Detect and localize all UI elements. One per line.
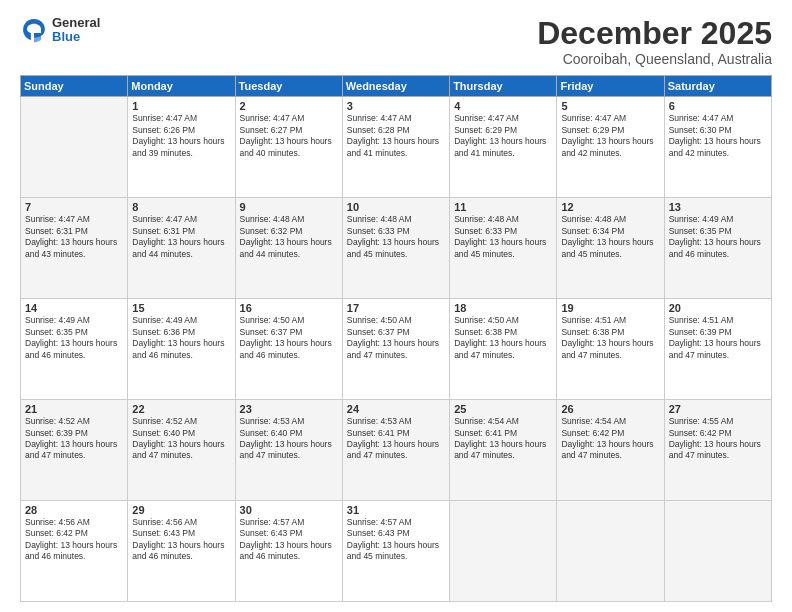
calendar-cell: 19Sunrise: 4:51 AMSunset: 6:38 PMDayligh…: [557, 299, 664, 400]
cell-info: Sunrise: 4:54 AMSunset: 6:42 PMDaylight:…: [561, 416, 659, 462]
cell-info: Sunrise: 4:50 AMSunset: 6:38 PMDaylight:…: [454, 315, 552, 361]
day-number: 31: [347, 504, 445, 516]
cell-info: Sunrise: 4:47 AMSunset: 6:30 PMDaylight:…: [669, 113, 767, 159]
calendar-cell: 7Sunrise: 4:47 AMSunset: 6:31 PMDaylight…: [21, 198, 128, 299]
calendar-cell: 15Sunrise: 4:49 AMSunset: 6:36 PMDayligh…: [128, 299, 235, 400]
day-header-friday: Friday: [557, 76, 664, 97]
calendar-cell: 1Sunrise: 4:47 AMSunset: 6:26 PMDaylight…: [128, 97, 235, 198]
calendar-cell: 11Sunrise: 4:48 AMSunset: 6:33 PMDayligh…: [450, 198, 557, 299]
day-number: 9: [240, 201, 338, 213]
calendar-cell: 5Sunrise: 4:47 AMSunset: 6:29 PMDaylight…: [557, 97, 664, 198]
cell-info: Sunrise: 4:48 AMSunset: 6:34 PMDaylight:…: [561, 214, 659, 260]
week-row-4: 28Sunrise: 4:56 AMSunset: 6:42 PMDayligh…: [21, 501, 772, 602]
month-title: December 2025: [537, 16, 772, 51]
day-header-monday: Monday: [128, 76, 235, 97]
week-row-2: 14Sunrise: 4:49 AMSunset: 6:35 PMDayligh…: [21, 299, 772, 400]
cell-info: Sunrise: 4:52 AMSunset: 6:39 PMDaylight:…: [25, 416, 123, 462]
day-number: 29: [132, 504, 230, 516]
day-number: 17: [347, 302, 445, 314]
day-number: 24: [347, 403, 445, 415]
calendar-cell: 31Sunrise: 4:57 AMSunset: 6:43 PMDayligh…: [342, 501, 449, 602]
cell-info: Sunrise: 4:47 AMSunset: 6:29 PMDaylight:…: [561, 113, 659, 159]
cell-info: Sunrise: 4:47 AMSunset: 6:29 PMDaylight:…: [454, 113, 552, 159]
calendar-cell: 16Sunrise: 4:50 AMSunset: 6:37 PMDayligh…: [235, 299, 342, 400]
day-number: 10: [347, 201, 445, 213]
location-subtitle: Cooroibah, Queensland, Australia: [537, 51, 772, 67]
day-header-sunday: Sunday: [21, 76, 128, 97]
cell-info: Sunrise: 4:54 AMSunset: 6:41 PMDaylight:…: [454, 416, 552, 462]
calendar-cell: 12Sunrise: 4:48 AMSunset: 6:34 PMDayligh…: [557, 198, 664, 299]
day-number: 22: [132, 403, 230, 415]
day-number: 13: [669, 201, 767, 213]
cell-info: Sunrise: 4:50 AMSunset: 6:37 PMDaylight:…: [347, 315, 445, 361]
calendar-cell: [21, 97, 128, 198]
header: General Blue December 2025 Cooroibah, Qu…: [20, 16, 772, 67]
cell-info: Sunrise: 4:50 AMSunset: 6:37 PMDaylight:…: [240, 315, 338, 361]
calendar-cell: 13Sunrise: 4:49 AMSunset: 6:35 PMDayligh…: [664, 198, 771, 299]
calendar-cell: [664, 501, 771, 602]
calendar-cell: 17Sunrise: 4:50 AMSunset: 6:37 PMDayligh…: [342, 299, 449, 400]
day-number: 8: [132, 201, 230, 213]
day-number: 26: [561, 403, 659, 415]
cell-info: Sunrise: 4:52 AMSunset: 6:40 PMDaylight:…: [132, 416, 230, 462]
calendar-cell: 26Sunrise: 4:54 AMSunset: 6:42 PMDayligh…: [557, 400, 664, 501]
calendar-cell: 30Sunrise: 4:57 AMSunset: 6:43 PMDayligh…: [235, 501, 342, 602]
cell-info: Sunrise: 4:53 AMSunset: 6:41 PMDaylight:…: [347, 416, 445, 462]
day-number: 19: [561, 302, 659, 314]
cell-info: Sunrise: 4:57 AMSunset: 6:43 PMDaylight:…: [240, 517, 338, 563]
calendar-cell: [450, 501, 557, 602]
day-number: 16: [240, 302, 338, 314]
calendar-cell: 9Sunrise: 4:48 AMSunset: 6:32 PMDaylight…: [235, 198, 342, 299]
calendar-cell: 18Sunrise: 4:50 AMSunset: 6:38 PMDayligh…: [450, 299, 557, 400]
cell-info: Sunrise: 4:49 AMSunset: 6:35 PMDaylight:…: [25, 315, 123, 361]
cell-info: Sunrise: 4:47 AMSunset: 6:31 PMDaylight:…: [25, 214, 123, 260]
calendar-cell: 27Sunrise: 4:55 AMSunset: 6:42 PMDayligh…: [664, 400, 771, 501]
cell-info: Sunrise: 4:47 AMSunset: 6:26 PMDaylight:…: [132, 113, 230, 159]
cell-info: Sunrise: 4:56 AMSunset: 6:43 PMDaylight:…: [132, 517, 230, 563]
cell-info: Sunrise: 4:56 AMSunset: 6:42 PMDaylight:…: [25, 517, 123, 563]
day-number: 28: [25, 504, 123, 516]
calendar-table: SundayMondayTuesdayWednesdayThursdayFrid…: [20, 75, 772, 602]
calendar-cell: 8Sunrise: 4:47 AMSunset: 6:31 PMDaylight…: [128, 198, 235, 299]
cell-info: Sunrise: 4:47 AMSunset: 6:27 PMDaylight:…: [240, 113, 338, 159]
calendar-header-row: SundayMondayTuesdayWednesdayThursdayFrid…: [21, 76, 772, 97]
day-number: 2: [240, 100, 338, 112]
cell-info: Sunrise: 4:48 AMSunset: 6:33 PMDaylight:…: [347, 214, 445, 260]
title-block: December 2025 Cooroibah, Queensland, Aus…: [537, 16, 772, 67]
day-number: 4: [454, 100, 552, 112]
calendar-cell: 4Sunrise: 4:47 AMSunset: 6:29 PMDaylight…: [450, 97, 557, 198]
day-number: 5: [561, 100, 659, 112]
logo-blue: Blue: [52, 30, 100, 44]
day-number: 20: [669, 302, 767, 314]
cell-info: Sunrise: 4:48 AMSunset: 6:32 PMDaylight:…: [240, 214, 338, 260]
calendar-cell: 3Sunrise: 4:47 AMSunset: 6:28 PMDaylight…: [342, 97, 449, 198]
day-number: 21: [25, 403, 123, 415]
day-header-saturday: Saturday: [664, 76, 771, 97]
logo-text: General Blue: [52, 16, 100, 45]
day-number: 7: [25, 201, 123, 213]
calendar-cell: 22Sunrise: 4:52 AMSunset: 6:40 PMDayligh…: [128, 400, 235, 501]
logo-general: General: [52, 16, 100, 30]
day-number: 1: [132, 100, 230, 112]
cell-info: Sunrise: 4:57 AMSunset: 6:43 PMDaylight:…: [347, 517, 445, 563]
calendar-cell: 25Sunrise: 4:54 AMSunset: 6:41 PMDayligh…: [450, 400, 557, 501]
cell-info: Sunrise: 4:47 AMSunset: 6:31 PMDaylight:…: [132, 214, 230, 260]
day-number: 23: [240, 403, 338, 415]
cell-info: Sunrise: 4:49 AMSunset: 6:35 PMDaylight:…: [669, 214, 767, 260]
day-number: 6: [669, 100, 767, 112]
day-number: 11: [454, 201, 552, 213]
day-number: 3: [347, 100, 445, 112]
day-header-wednesday: Wednesday: [342, 76, 449, 97]
week-row-0: 1Sunrise: 4:47 AMSunset: 6:26 PMDaylight…: [21, 97, 772, 198]
day-number: 25: [454, 403, 552, 415]
day-number: 12: [561, 201, 659, 213]
calendar-cell: 24Sunrise: 4:53 AMSunset: 6:41 PMDayligh…: [342, 400, 449, 501]
calendar-cell: 10Sunrise: 4:48 AMSunset: 6:33 PMDayligh…: [342, 198, 449, 299]
calendar-cell: 14Sunrise: 4:49 AMSunset: 6:35 PMDayligh…: [21, 299, 128, 400]
logo: General Blue: [20, 16, 100, 45]
calendar-cell: 28Sunrise: 4:56 AMSunset: 6:42 PMDayligh…: [21, 501, 128, 602]
cell-info: Sunrise: 4:51 AMSunset: 6:39 PMDaylight:…: [669, 315, 767, 361]
cell-info: Sunrise: 4:49 AMSunset: 6:36 PMDaylight:…: [132, 315, 230, 361]
day-header-thursday: Thursday: [450, 76, 557, 97]
logo-icon: [20, 16, 48, 44]
